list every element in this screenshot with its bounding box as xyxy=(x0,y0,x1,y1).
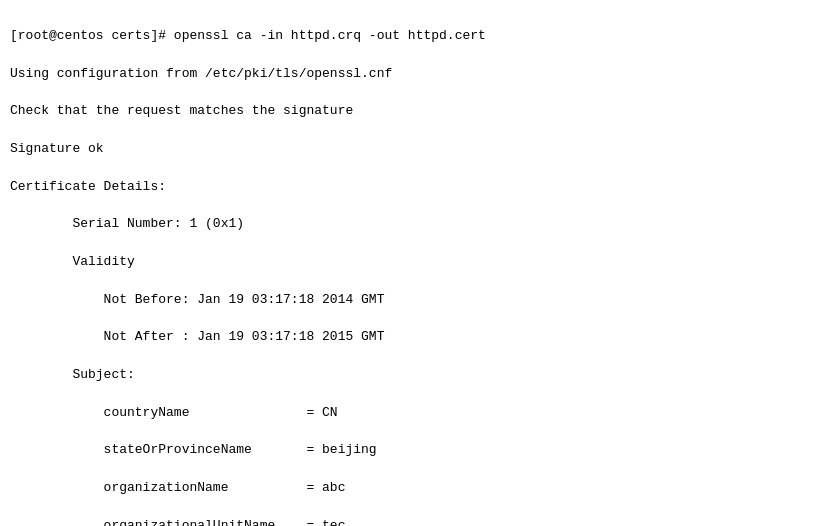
terminal-line-l3: Signature ok xyxy=(10,140,807,159)
terminal-line-l6: Validity xyxy=(10,253,807,272)
terminal-line-l12: organizationName = abc xyxy=(10,479,807,498)
terminal-window: [root@centos certs]# openssl ca -in http… xyxy=(0,0,817,526)
terminal-line-l8: Not After : Jan 19 03:17:18 2015 GMT xyxy=(10,328,807,347)
terminal-line-l2: Check that the request matches the signa… xyxy=(10,102,807,121)
terminal-line-l4: Certificate Details: xyxy=(10,178,807,197)
terminal-line-l7: Not Before: Jan 19 03:17:18 2014 GMT xyxy=(10,291,807,310)
terminal-line-l5: Serial Number: 1 (0x1) xyxy=(10,215,807,234)
terminal-line-l9: Subject: xyxy=(10,366,807,385)
terminal-line-l11: stateOrProvinceName = beijing xyxy=(10,441,807,460)
terminal-line-l10: countryName = CN xyxy=(10,404,807,423)
terminal-line-cmd: [root@centos certs]# openssl ca -in http… xyxy=(10,27,807,46)
terminal-line-l13: organizationalUnitName = tec xyxy=(10,517,807,526)
terminal-line-l1: Using configuration from /etc/pki/tls/op… xyxy=(10,65,807,84)
